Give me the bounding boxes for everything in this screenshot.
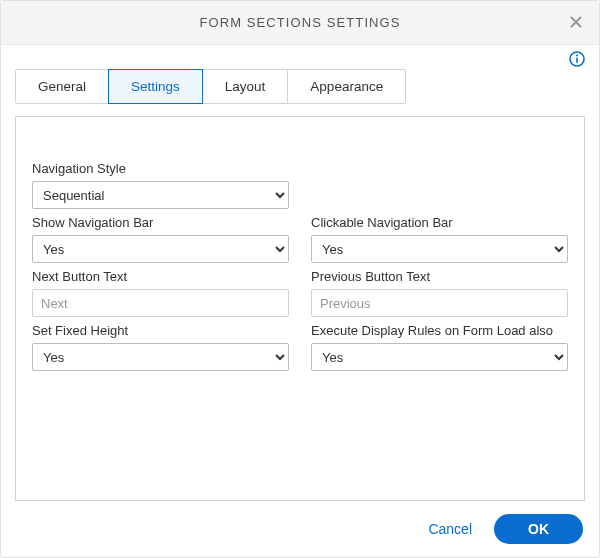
dialog-title: FORM SECTIONS SETTINGS xyxy=(199,15,400,30)
svg-rect-4 xyxy=(576,58,578,63)
select-navigation-style[interactable]: Sequential xyxy=(32,181,289,209)
field-show-nav-bar: Show Navigation Bar Yes xyxy=(32,215,289,263)
tabs: General Settings Layout Appearance xyxy=(1,69,599,104)
label-clickable-nav-bar: Clickable Navigation Bar xyxy=(311,215,568,230)
tab-settings[interactable]: Settings xyxy=(108,69,203,104)
close-icon[interactable] xyxy=(567,13,585,31)
input-previous-button-text[interactable] xyxy=(311,289,568,317)
field-previous-button-text: Previous Button Text xyxy=(311,269,568,317)
select-show-nav-bar[interactable]: Yes xyxy=(32,235,289,263)
dialog-footer: Cancel OK xyxy=(1,501,599,557)
settings-content: Navigation Style Sequential Show Navigat… xyxy=(15,116,585,501)
form-sections-settings-dialog: FORM SECTIONS SETTINGS General Settings … xyxy=(0,0,600,558)
select-execute-display-rules[interactable]: Yes xyxy=(311,343,568,371)
tab-appearance[interactable]: Appearance xyxy=(287,69,406,104)
svg-point-3 xyxy=(576,55,578,57)
label-set-fixed-height: Set Fixed Height xyxy=(32,323,289,338)
field-execute-display-rules: Execute Display Rules on Form Load also … xyxy=(311,323,568,371)
select-clickable-nav-bar[interactable]: Yes xyxy=(311,235,568,263)
select-set-fixed-height[interactable]: Yes xyxy=(32,343,289,371)
ok-button[interactable]: OK xyxy=(494,514,583,544)
label-execute-display-rules: Execute Display Rules on Form Load also xyxy=(311,323,568,338)
info-icon[interactable] xyxy=(569,51,585,67)
tab-layout[interactable]: Layout xyxy=(202,69,289,104)
field-clickable-nav-bar: Clickable Navigation Bar Yes xyxy=(311,215,568,263)
field-set-fixed-height: Set Fixed Height Yes xyxy=(32,323,289,371)
input-next-button-text[interactable] xyxy=(32,289,289,317)
label-previous-button-text: Previous Button Text xyxy=(311,269,568,284)
label-show-nav-bar: Show Navigation Bar xyxy=(32,215,289,230)
form-grid: Navigation Style Sequential Show Navigat… xyxy=(24,161,576,377)
info-row xyxy=(1,45,599,69)
cancel-button[interactable]: Cancel xyxy=(424,515,476,543)
label-navigation-style: Navigation Style xyxy=(32,161,289,176)
field-next-button-text: Next Button Text xyxy=(32,269,289,317)
dialog-header: FORM SECTIONS SETTINGS xyxy=(1,1,599,45)
label-next-button-text: Next Button Text xyxy=(32,269,289,284)
field-navigation-style: Navigation Style Sequential xyxy=(32,161,289,209)
tab-general[interactable]: General xyxy=(15,69,109,104)
